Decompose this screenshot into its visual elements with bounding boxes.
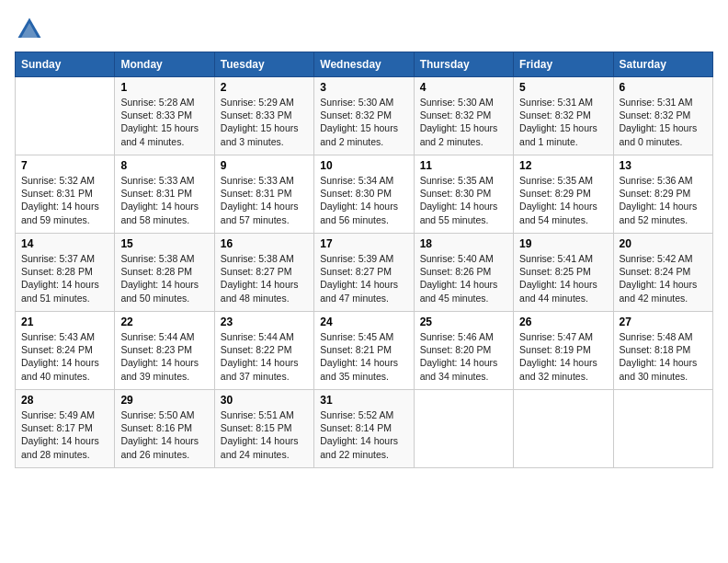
calendar-cell: 23Sunrise: 5:44 AM Sunset: 8:22 PM Dayli… — [214, 312, 313, 390]
calendar-cell: 4Sunrise: 5:30 AM Sunset: 8:32 PM Daylig… — [414, 77, 513, 155]
day-number: 28 — [21, 394, 108, 407]
calendar-cell: 6Sunrise: 5:31 AM Sunset: 8:32 PM Daylig… — [613, 77, 712, 155]
day-number: 31 — [320, 394, 407, 407]
day-info: Sunrise: 5:40 AM Sunset: 8:26 PM Dayligh… — [420, 252, 507, 304]
day-number: 27 — [620, 316, 707, 328]
day-info: Sunrise: 5:42 AM Sunset: 8:24 PM Dayligh… — [620, 252, 707, 304]
calendar-cell: 14Sunrise: 5:37 AM Sunset: 8:28 PM Dayli… — [16, 234, 115, 312]
day-number: 6 — [620, 81, 707, 94]
logo — [15, 15, 48, 44]
calendar-cell: 31Sunrise: 5:52 AM Sunset: 8:14 PM Dayli… — [314, 390, 414, 468]
day-info: Sunrise: 5:36 AM Sunset: 8:29 PM Dayligh… — [620, 174, 707, 226]
day-number: 24 — [320, 316, 407, 328]
day-number: 25 — [420, 316, 507, 328]
day-info: Sunrise: 5:44 AM Sunset: 8:22 PM Dayligh… — [221, 330, 308, 383]
calendar-week-row: 1Sunrise: 5:28 AM Sunset: 8:33 PM Daylig… — [16, 77, 713, 155]
day-number: 18 — [420, 237, 507, 250]
calendar-cell: 12Sunrise: 5:35 AM Sunset: 8:29 PM Dayli… — [514, 155, 613, 234]
calendar-cell — [613, 390, 712, 468]
day-of-week-header: Sunday — [16, 52, 115, 77]
calendar-week-row: 21Sunrise: 5:43 AM Sunset: 8:24 PM Dayli… — [16, 312, 713, 390]
calendar-cell: 25Sunrise: 5:46 AM Sunset: 8:20 PM Dayli… — [414, 312, 513, 390]
day-info: Sunrise: 5:30 AM Sunset: 8:32 PM Dayligh… — [320, 96, 407, 148]
day-info: Sunrise: 5:34 AM Sunset: 8:30 PM Dayligh… — [320, 174, 407, 226]
day-info: Sunrise: 5:51 AM Sunset: 8:15 PM Dayligh… — [221, 408, 308, 461]
calendar-cell: 15Sunrise: 5:38 AM Sunset: 8:28 PM Dayli… — [115, 234, 214, 312]
calendar-cell — [514, 390, 613, 468]
day-info: Sunrise: 5:31 AM Sunset: 8:32 PM Dayligh… — [620, 96, 707, 148]
day-number: 10 — [320, 159, 407, 172]
calendar-header: SundayMondayTuesdayWednesdayThursdayFrid… — [16, 52, 713, 77]
day-number: 3 — [320, 81, 407, 94]
calendar-cell: 19Sunrise: 5:41 AM Sunset: 8:25 PM Dayli… — [514, 234, 613, 312]
day-number: 7 — [21, 159, 108, 172]
calendar-cell: 7Sunrise: 5:32 AM Sunset: 8:31 PM Daylig… — [16, 155, 115, 234]
day-info: Sunrise: 5:47 AM Sunset: 8:19 PM Dayligh… — [519, 330, 607, 383]
day-number: 1 — [120, 81, 208, 94]
day-number: 2 — [221, 81, 308, 94]
day-info: Sunrise: 5:38 AM Sunset: 8:27 PM Dayligh… — [221, 252, 308, 304]
calendar-week-row: 28Sunrise: 5:49 AM Sunset: 8:17 PM Dayli… — [16, 390, 713, 468]
day-info: Sunrise: 5:38 AM Sunset: 8:28 PM Dayligh… — [120, 252, 208, 304]
calendar-cell: 16Sunrise: 5:38 AM Sunset: 8:27 PM Dayli… — [214, 234, 313, 312]
day-number: 21 — [21, 316, 108, 328]
day-number: 12 — [519, 159, 607, 172]
logo-icon — [15, 15, 44, 44]
day-number: 23 — [221, 316, 308, 328]
day-info: Sunrise: 5:28 AM Sunset: 8:33 PM Dayligh… — [120, 96, 208, 148]
day-number: 19 — [519, 237, 607, 250]
day-of-week-header: Thursday — [414, 52, 513, 77]
day-info: Sunrise: 5:32 AM Sunset: 8:31 PM Dayligh… — [21, 174, 108, 226]
calendar-cell: 2Sunrise: 5:29 AM Sunset: 8:33 PM Daylig… — [214, 77, 313, 155]
day-number: 26 — [519, 316, 607, 328]
day-info: Sunrise: 5:37 AM Sunset: 8:28 PM Dayligh… — [21, 252, 108, 304]
day-info: Sunrise: 5:33 AM Sunset: 8:31 PM Dayligh… — [221, 174, 308, 226]
day-number: 5 — [519, 81, 607, 94]
day-info: Sunrise: 5:29 AM Sunset: 8:33 PM Dayligh… — [221, 96, 308, 148]
calendar-cell: 30Sunrise: 5:51 AM Sunset: 8:15 PM Dayli… — [214, 390, 313, 468]
day-number: 22 — [120, 316, 208, 328]
day-info: Sunrise: 5:41 AM Sunset: 8:25 PM Dayligh… — [519, 252, 607, 304]
day-of-week-header: Tuesday — [214, 52, 313, 77]
day-of-week-header: Wednesday — [314, 52, 414, 77]
day-info: Sunrise: 5:35 AM Sunset: 8:29 PM Dayligh… — [519, 174, 607, 226]
day-number: 16 — [221, 237, 308, 250]
day-number: 29 — [120, 394, 208, 407]
day-number: 17 — [320, 237, 407, 250]
header-row: SundayMondayTuesdayWednesdayThursdayFrid… — [16, 52, 713, 77]
day-info: Sunrise: 5:49 AM Sunset: 8:17 PM Dayligh… — [21, 408, 108, 461]
day-info: Sunrise: 5:33 AM Sunset: 8:31 PM Dayligh… — [120, 174, 208, 226]
day-number: 13 — [620, 159, 707, 172]
calendar-cell — [16, 77, 115, 155]
calendar-cell: 24Sunrise: 5:45 AM Sunset: 8:21 PM Dayli… — [314, 312, 414, 390]
day-info: Sunrise: 5:45 AM Sunset: 8:21 PM Dayligh… — [320, 330, 407, 383]
day-number: 14 — [21, 237, 108, 250]
day-number: 30 — [221, 394, 308, 407]
day-info: Sunrise: 5:35 AM Sunset: 8:30 PM Dayligh… — [420, 174, 507, 226]
calendar-table: SundayMondayTuesdayWednesdayThursdayFrid… — [15, 52, 713, 468]
day-number: 4 — [420, 81, 507, 94]
calendar-cell: 18Sunrise: 5:40 AM Sunset: 8:26 PM Dayli… — [414, 234, 513, 312]
calendar-cell: 22Sunrise: 5:44 AM Sunset: 8:23 PM Dayli… — [115, 312, 214, 390]
day-info: Sunrise: 5:52 AM Sunset: 8:14 PM Dayligh… — [320, 408, 407, 461]
calendar-body: 1Sunrise: 5:28 AM Sunset: 8:33 PM Daylig… — [16, 77, 713, 468]
calendar-cell: 17Sunrise: 5:39 AM Sunset: 8:27 PM Dayli… — [314, 234, 414, 312]
day-info: Sunrise: 5:39 AM Sunset: 8:27 PM Dayligh… — [320, 252, 407, 304]
calendar-cell: 26Sunrise: 5:47 AM Sunset: 8:19 PM Dayli… — [514, 312, 613, 390]
calendar-cell: 1Sunrise: 5:28 AM Sunset: 8:33 PM Daylig… — [115, 77, 214, 155]
calendar-cell: 10Sunrise: 5:34 AM Sunset: 8:30 PM Dayli… — [314, 155, 414, 234]
day-number: 15 — [120, 237, 208, 250]
page-header — [15, 15, 713, 44]
calendar-cell: 5Sunrise: 5:31 AM Sunset: 8:32 PM Daylig… — [514, 77, 613, 155]
calendar-cell: 8Sunrise: 5:33 AM Sunset: 8:31 PM Daylig… — [115, 155, 214, 234]
day-info: Sunrise: 5:44 AM Sunset: 8:23 PM Dayligh… — [120, 330, 208, 383]
day-of-week-header: Friday — [514, 52, 613, 77]
calendar-cell: 28Sunrise: 5:49 AM Sunset: 8:17 PM Dayli… — [16, 390, 115, 468]
day-of-week-header: Monday — [115, 52, 214, 77]
day-of-week-header: Saturday — [613, 52, 712, 77]
day-number: 11 — [420, 159, 507, 172]
calendar-cell: 13Sunrise: 5:36 AM Sunset: 8:29 PM Dayli… — [613, 155, 712, 234]
day-info: Sunrise: 5:43 AM Sunset: 8:24 PM Dayligh… — [21, 330, 108, 383]
day-info: Sunrise: 5:30 AM Sunset: 8:32 PM Dayligh… — [420, 96, 507, 148]
calendar-cell: 20Sunrise: 5:42 AM Sunset: 8:24 PM Dayli… — [613, 234, 712, 312]
